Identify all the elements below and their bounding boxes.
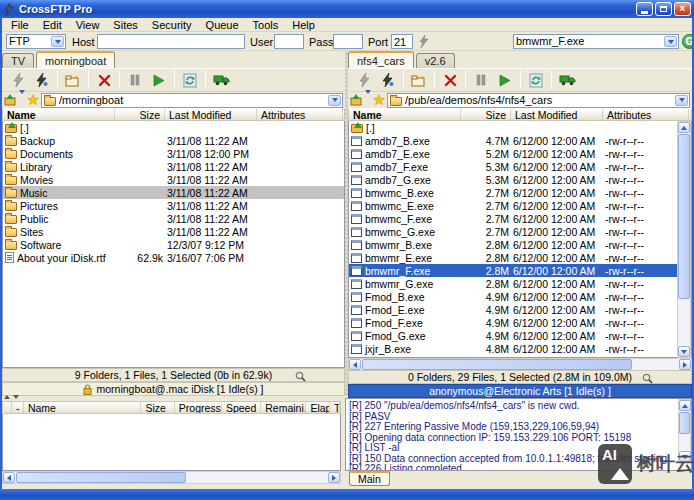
file-row[interactable]: bmwmr_G.exe2.8M6/12/00 12:00 AM-rw-r--r-…: [349, 277, 691, 290]
connect-button[interactable]: [376, 70, 400, 91]
tab-nfs4-cars[interactable]: nfs4_cars: [348, 51, 414, 68]
file-row[interactable]: amdb7_E.exe5.2M6/12/00 12:00 AM-rw-r--r-…: [349, 147, 691, 160]
up-directory-dropdown-arrow[interactable]: [19, 94, 25, 106]
delete-x-button[interactable]: [438, 70, 462, 91]
refresh-button[interactable]: [524, 70, 548, 91]
new-folder-button[interactable]: *: [407, 70, 431, 91]
port-input[interactable]: [391, 34, 413, 49]
disconnect-button[interactable]: [352, 70, 376, 91]
up-directory-icon[interactable]: [350, 94, 363, 106]
new-folder-button[interactable]: *: [61, 70, 85, 91]
menu-edit[interactable]: Edit: [36, 19, 69, 31]
tab-v2-6[interactable]: v2.6: [416, 53, 455, 68]
file-row[interactable]: Fmod_F.exe4.9M6/12/00 12:00 AM-rw-r--r--: [349, 316, 691, 329]
file-row[interactable]: Software12/3/07 9:12 PM: [3, 238, 344, 251]
quick-connect-combo[interactable]: bmwmr_F.exe: [513, 34, 679, 49]
user-input[interactable]: [274, 34, 304, 49]
connect-button[interactable]: [30, 70, 54, 91]
file-row[interactable]: Library3/11/08 11:22 AM: [3, 160, 344, 173]
start-play-button[interactable]: [493, 70, 517, 91]
file-row[interactable]: Pictures3/11/08 11:22 AM: [3, 199, 344, 212]
menu-sites[interactable]: Sites: [106, 19, 144, 31]
file-row[interactable]: Public3/11/08 11:22 AM: [3, 212, 344, 225]
column-header-attributes[interactable]: Attributes: [603, 109, 689, 120]
protocol-dropdown-arrow[interactable]: [51, 36, 64, 47]
column-header-name[interactable]: Name: [3, 109, 115, 120]
file-row[interactable]: [.]: [3, 121, 344, 134]
file-row[interactable]: Fmod_B.exe4.9M6/12/00 12:00 AM-rw-r--r--: [349, 290, 691, 303]
file-list-vscrollbar[interactable]: [677, 121, 691, 358]
pause-button[interactable]: [123, 70, 147, 91]
queue-column-remaini[interactable]: Remaini...: [261, 402, 306, 413]
transfer-truck-button[interactable]: [555, 70, 579, 91]
favorites-star-icon[interactable]: [27, 94, 39, 106]
file-row[interactable]: Movies3/11/08 11:22 AM: [3, 173, 344, 186]
menu-tools[interactable]: Tools: [246, 19, 286, 31]
queue-column-progress[interactable]: Progress: [175, 402, 222, 413]
queue-hscrollbar[interactable]: [2, 471, 341, 484]
menu-security[interactable]: Security: [145, 19, 199, 31]
file-row[interactable]: bmwmr_B.exe2.8M6/12/00 12:00 AM-rw-r--r-…: [349, 238, 691, 251]
file-row[interactable]: Sites3/11/08 11:22 AM: [3, 225, 344, 238]
disconnect-button[interactable]: [6, 70, 30, 91]
pass-input[interactable]: [333, 34, 363, 49]
queue-column-elap[interactable]: Elap..: [306, 402, 330, 413]
refresh-button[interactable]: [178, 70, 202, 91]
quick-connect-lightning-icon[interactable]: [419, 35, 429, 48]
file-row[interactable]: amdb7_G.exe5.3M6/12/00 12:00 AM-rw-r--r-…: [349, 173, 691, 186]
search-icon[interactable]: [295, 371, 306, 382]
file-row[interactable]: amdb7_F.exe5.3M6/12/00 12:00 AM-rw-r--r-…: [349, 160, 691, 173]
file-list[interactable]: [.]Backup3/11/08 11:22 AMDocuments3/11/0…: [2, 121, 345, 368]
file-row[interactable]: Fmod_E.exe4.9M6/12/00 12:00 AM-rw-r--r--: [349, 303, 691, 316]
column-header-size[interactable]: Size: [115, 109, 165, 120]
tab-morningboat[interactable]: morningboat: [36, 51, 115, 68]
queue-column-name[interactable]: Name: [24, 402, 141, 413]
path-combobox[interactable]: /morningboat: [41, 93, 343, 108]
column-header-last-modified[interactable]: Last Modified: [165, 109, 257, 120]
restore-button[interactable]: [655, 2, 672, 16]
queue-column-sort[interactable]: [3, 402, 12, 413]
close-button[interactable]: ×: [674, 2, 691, 16]
file-row[interactable]: [.]: [349, 121, 691, 134]
file-row[interactable]: amdb7_B.exe4.7M6/12/00 12:00 AM-rw-r--r-…: [349, 134, 691, 147]
delete-x-button[interactable]: [92, 70, 116, 91]
file-row[interactable]: Backup3/11/08 11:22 AM: [3, 134, 344, 147]
file-row[interactable]: bmwmc_E.exe2.7M6/12/00 12:00 AM-rw-r--r-…: [349, 199, 691, 212]
path-dropdown-arrow[interactable]: [328, 95, 341, 106]
favorites-star-icon[interactable]: [373, 94, 385, 106]
column-header-last-modified[interactable]: Last Modified: [511, 109, 603, 120]
up-directory-dropdown-arrow[interactable]: [365, 94, 371, 106]
transfer-truck-button[interactable]: [209, 70, 233, 91]
path-combobox[interactable]: /pub/ea/demos/nfs4/nfs4_cars: [387, 93, 690, 108]
protocol-select[interactable]: FTP: [6, 34, 66, 49]
file-row[interactable]: Documents3/11/08 12:00 PM: [3, 147, 344, 160]
log-tab-main[interactable]: Main: [349, 471, 390, 486]
file-row[interactable]: About your iDisk.rtf62.9k3/16/07 7:06 PM: [3, 251, 344, 264]
menu-view[interactable]: View: [69, 19, 107, 31]
search-icon[interactable]: [642, 373, 653, 384]
path-dropdown-arrow[interactable]: [675, 95, 688, 106]
pause-button[interactable]: [469, 70, 493, 91]
file-row[interactable]: jxjr_B.exe4.8M6/12/00 12:00 AM-rw-r--r--: [349, 342, 691, 355]
column-header-size[interactable]: Size: [461, 109, 511, 120]
file-row[interactable]: bmwmc_F.exe2.7M6/12/00 12:00 AM-rw-r--r-…: [349, 212, 691, 225]
up-directory-icon[interactable]: [4, 94, 17, 106]
queue-column-size[interactable]: Size: [141, 402, 174, 413]
menu-help[interactable]: Help: [285, 19, 322, 31]
minimize-button[interactable]: [636, 2, 653, 16]
quick-connect-dropdown-arrow[interactable]: [664, 36, 677, 47]
queue-column-t[interactable]: T: [330, 402, 340, 413]
file-row[interactable]: Fmod_G.exe4.9M6/12/00 12:00 AM-rw-r--r--: [349, 329, 691, 342]
file-row[interactable]: Music3/11/08 11:22 AM: [3, 186, 344, 199]
host-input[interactable]: [97, 34, 245, 49]
column-header-name[interactable]: Name: [349, 109, 461, 120]
file-row[interactable]: bmwmc_B.exe2.7M6/12/00 12:00 AM-rw-r--r-…: [349, 186, 691, 199]
file-row[interactable]: bmwmc_G.exe2.7M6/12/00 12:00 AM-rw-r--r-…: [349, 225, 691, 238]
start-play-button[interactable]: [147, 70, 171, 91]
file-row[interactable]: bmwmr_F.exe2.8M6/12/00 12:00 AM-rw-r--r-…: [349, 264, 691, 277]
column-header-attributes[interactable]: Attributes: [257, 109, 343, 120]
queue-column-speed[interactable]: Speed: [222, 402, 261, 413]
file-row[interactable]: bmwmr_E.exe2.8M6/12/00 12:00 AM-rw-r--r-…: [349, 251, 691, 264]
queue-body[interactable]: [2, 414, 341, 471]
tab-tv[interactable]: TV: [2, 53, 34, 68]
